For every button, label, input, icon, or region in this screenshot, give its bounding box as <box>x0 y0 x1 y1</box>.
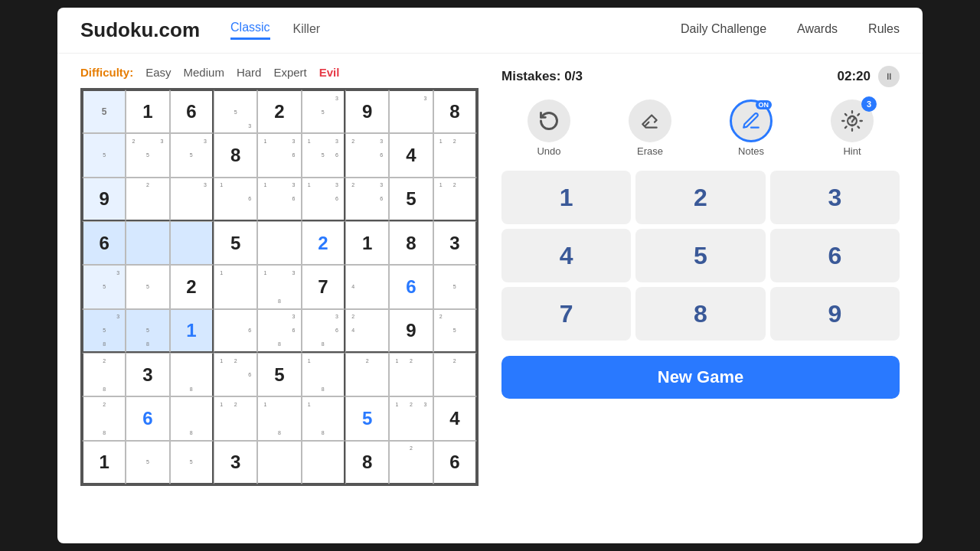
cell-r0c8[interactable]: 8 <box>433 90 477 133</box>
diff-medium[interactable]: Medium <box>184 66 224 79</box>
cell-r5c1[interactable]: 58 <box>126 309 169 353</box>
cell-r7c6[interactable]: 5 <box>345 396 389 440</box>
num-btn-9[interactable]: 9 <box>770 287 900 341</box>
cell-r6c2[interactable]: 8 <box>170 353 214 396</box>
cell-r0c5[interactable]: 35 <box>302 90 345 133</box>
cell-r4c4[interactable]: 138 <box>257 265 301 308</box>
cell-r3c4[interactable] <box>257 221 301 265</box>
pause-button[interactable]: ⏸ <box>878 66 900 87</box>
cell-r4c3[interactable]: 1 <box>214 265 257 308</box>
num-btn-7[interactable]: 7 <box>501 287 631 341</box>
cell-r0c6[interactable]: 9 <box>345 90 389 133</box>
num-btn-4[interactable]: 4 <box>501 229 631 282</box>
cell-r0c7[interactable]: 3 <box>389 90 433 133</box>
cell-r0c0[interactable]: 5 <box>82 90 126 133</box>
hint-button[interactable]: 3 Hint <box>831 99 874 157</box>
cell-r4c6[interactable]: 4 <box>345 265 389 308</box>
cell-r2c3[interactable]: 16 <box>214 178 257 221</box>
nav-awards[interactable]: Awards <box>797 22 838 39</box>
cell-r2c8[interactable]: 12 <box>433 178 477 221</box>
cell-r4c5[interactable]: 7 <box>302 265 345 308</box>
cell-r3c7[interactable]: 8 <box>389 221 433 265</box>
cell-r3c6[interactable]: 1 <box>345 221 389 265</box>
cell-r5c6[interactable]: 24 <box>345 309 389 353</box>
cell-r2c1[interactable]: 2 <box>126 178 169 221</box>
cell-r7c0[interactable]: 28 <box>82 396 126 440</box>
diff-hard[interactable]: Hard <box>237 66 262 79</box>
cell-r7c8[interactable]: 4 <box>433 396 477 440</box>
cell-r2c5[interactable]: 136 <box>302 178 345 221</box>
cell-r3c5[interactable]: 2 <box>302 221 345 265</box>
sudoku-grid[interactable]: 5165323593852353581361356236412923161361… <box>80 88 479 486</box>
cell-r3c0[interactable]: 6 <box>82 221 126 265</box>
cell-r1c2[interactable]: 35 <box>170 133 214 177</box>
cell-r3c2[interactable] <box>170 221 214 265</box>
cell-r7c2[interactable]: 8 <box>170 396 214 440</box>
cell-r3c1[interactable] <box>126 221 169 265</box>
diff-easy[interactable]: Easy <box>145 66 171 79</box>
num-btn-5[interactable]: 5 <box>635 229 765 282</box>
cell-r5c4[interactable]: 368 <box>257 309 301 353</box>
cell-r8c7[interactable]: 2 <box>389 441 433 484</box>
cell-r0c3[interactable]: 53 <box>214 90 257 133</box>
cell-r3c8[interactable]: 3 <box>433 221 477 265</box>
cell-r0c1[interactable]: 1 <box>126 90 169 133</box>
nav-killer[interactable]: Killer <box>293 22 321 39</box>
cell-r8c5[interactable] <box>302 441 345 484</box>
cell-r5c5[interactable]: 368 <box>302 309 345 353</box>
num-btn-8[interactable]: 8 <box>635 287 765 341</box>
cell-r1c4[interactable]: 136 <box>257 133 301 177</box>
cell-r1c1[interactable]: 235 <box>126 133 169 177</box>
nav-classic[interactable]: Classic <box>230 21 270 40</box>
new-game-button[interactable]: New Game <box>501 356 900 399</box>
cell-r7c3[interactable]: 12 <box>214 396 257 440</box>
cell-r2c2[interactable]: 3 <box>170 178 214 221</box>
cell-r7c5[interactable]: 18 <box>302 396 345 440</box>
nav-rules[interactable]: Rules <box>868 22 900 39</box>
diff-expert[interactable]: Expert <box>273 66 306 79</box>
cell-r4c7[interactable]: 6 <box>389 265 433 308</box>
cell-r6c4[interactable]: 5 <box>257 353 301 396</box>
cell-r8c8[interactable]: 6 <box>433 441 477 484</box>
cell-r5c3[interactable]: 6 <box>214 309 257 353</box>
cell-r6c8[interactable]: 2 <box>433 353 477 396</box>
cell-r1c0[interactable]: 5 <box>82 133 126 177</box>
nav-daily-challenge[interactable]: Daily Challenge <box>681 22 766 39</box>
cell-r5c0[interactable]: 358 <box>82 309 126 353</box>
cell-r5c8[interactable]: 25 <box>433 309 477 353</box>
cell-r8c4[interactable] <box>257 441 301 484</box>
cell-r4c8[interactable]: 5 <box>433 265 477 308</box>
notes-button[interactable]: ON Notes <box>730 99 773 157</box>
cell-r1c3[interactable]: 8 <box>214 133 257 177</box>
cell-r1c7[interactable]: 4 <box>389 133 433 177</box>
erase-button[interactable]: Erase <box>629 99 671 157</box>
cell-r7c1[interactable]: 6 <box>126 396 169 440</box>
num-btn-1[interactable]: 1 <box>501 171 631 224</box>
cell-r2c6[interactable]: 236 <box>345 178 389 221</box>
cell-r8c0[interactable]: 1 <box>82 441 126 484</box>
num-btn-2[interactable]: 2 <box>635 171 765 224</box>
cell-r6c0[interactable]: 28 <box>82 353 126 396</box>
num-btn-3[interactable]: 3 <box>770 171 900 224</box>
cell-r0c4[interactable]: 2 <box>257 90 301 133</box>
cell-r6c5[interactable]: 18 <box>302 353 345 396</box>
cell-r8c2[interactable]: 5 <box>170 441 214 484</box>
cell-r6c7[interactable]: 12 <box>389 353 433 396</box>
cell-r5c7[interactable]: 9 <box>389 309 433 353</box>
cell-r6c6[interactable]: 2 <box>345 353 389 396</box>
cell-r3c3[interactable]: 5 <box>214 221 257 265</box>
num-btn-6[interactable]: 6 <box>770 229 900 282</box>
cell-r5c2[interactable]: 1 <box>170 309 214 353</box>
cell-r8c6[interactable]: 8 <box>345 441 389 484</box>
cell-r1c6[interactable]: 236 <box>345 133 389 177</box>
cell-r0c2[interactable]: 6 <box>170 90 214 133</box>
cell-r8c1[interactable]: 5 <box>126 441 169 484</box>
cell-r1c5[interactable]: 1356 <box>302 133 345 177</box>
cell-r4c0[interactable]: 35 <box>82 265 126 308</box>
cell-r7c4[interactable]: 18 <box>257 396 301 440</box>
cell-r1c8[interactable]: 12 <box>433 133 477 177</box>
cell-r4c2[interactable]: 2 <box>170 265 214 308</box>
cell-r6c1[interactable]: 3 <box>126 353 169 396</box>
diff-evil[interactable]: Evil <box>319 66 340 79</box>
cell-r2c0[interactable]: 9 <box>82 178 126 221</box>
